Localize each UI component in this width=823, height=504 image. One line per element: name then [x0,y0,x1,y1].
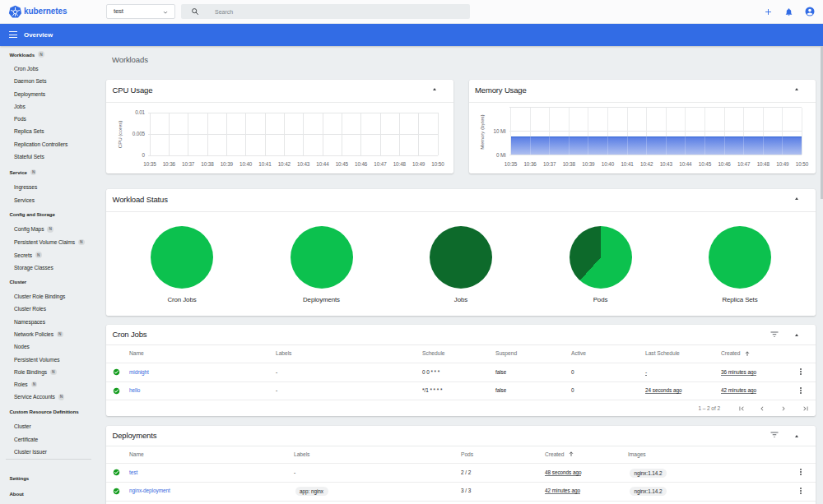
deployment-link[interactable]: nginx-deployment [129,488,170,493]
sidebar-item-cluster[interactable]: Cluster [0,276,26,286]
grid-vline [265,113,266,155]
sidebar-item-cron-jobs[interactable]: Cron Jobs [0,63,39,73]
col-header-labels[interactable]: Labels [276,350,291,356]
grid-vline-overlay [627,108,628,155]
grid-vline-overlay [530,108,531,155]
sidebar-item-storage-classes[interactable]: Storage Classes [0,262,53,272]
sidebar-item-certificate[interactable]: Certificate [0,434,38,444]
cell-created: 42 minutes ago [721,387,756,393]
sidebar-item-service-accounts[interactable]: Service AccountsN [0,392,64,402]
sidebar-item-ingresses[interactable]: Ingresses [0,183,37,192]
hamburger-bar [9,35,17,35]
row-menu-kebab-icon[interactable] [800,387,802,395]
kubernetes-logo-icon[interactable] [8,5,22,19]
previous-page-icon[interactable] [758,405,766,413]
first-page-icon[interactable] [737,405,746,413]
row-divider [106,501,816,502]
sidebar-item-replica-sets[interactable]: Replica Sets [0,127,44,136]
sidebar-item-role-bindings[interactable]: Role BindingsN [0,367,57,377]
sidebar-item-cluster-role-bindings[interactable]: Cluster Role Bindings [0,292,65,302]
sidebar-item-namespaces[interactable]: Namespaces [0,317,45,326]
sidebar-item-about[interactable]: About [0,489,24,499]
collapse-caret-icon[interactable] [433,88,436,90]
cron-job-link[interactable]: hello [129,387,140,393]
sidebar-item-custom-resource-definitions[interactable]: Custom Resource Definitions [0,407,78,417]
col-header-created[interactable]: Created [721,350,740,356]
pie-label: Deployments [272,296,371,303]
row-menu-kebab-icon[interactable] [800,488,802,496]
sidebar-item-daemon-sets[interactable]: Daemon Sets [0,76,46,86]
sidebar-item-network-policies[interactable]: Network PoliciesN [0,329,63,339]
filter-icon[interactable] [770,430,779,440]
page-scrollbar-thumb[interactable] [821,46,823,199]
card-divider [106,446,816,446]
sidebar-item-stateful-sets[interactable]: Stateful Sets [0,151,44,161]
namespaced-badge: N [78,239,85,246]
col-header-schedule[interactable]: Schedule [422,350,445,356]
status-ok-icon [113,387,120,395]
sidebar-item-persistent-volume-claims[interactable]: Persistent Volume ClaimsN [0,238,85,247]
sort-ascending-icon[interactable] [744,350,751,357]
col-header-labels[interactable]: Labels [294,451,309,457]
card-divider [106,211,816,212]
status-ok-icon [113,368,120,376]
row-menu-kebab-icon[interactable] [800,368,802,377]
user-account-icon[interactable] [805,7,815,16]
collapse-caret-icon[interactable] [795,88,798,90]
filter-icon[interactable] [770,330,779,340]
sidebar-item-cluster-issuer[interactable]: Cluster Issuer [0,447,47,457]
col-header-active[interactable]: Active [571,350,586,356]
kebab-dot [800,390,802,391]
collapse-caret-icon[interactable] [795,435,798,437]
kubernetes-logo-text[interactable]: kubernetes [24,0,67,23]
sidebar-item-nodes[interactable]: Nodes [0,342,30,352]
col-header-last-schedule[interactable]: Last Schedule [645,350,680,356]
sidebar-item-roles[interactable]: RolesN [0,380,37,390]
sidebar-item-replication-controllers[interactable]: Replication Controllers [0,139,67,149]
sidebar-item-jobs[interactable]: Jobs [0,101,26,111]
menu-hamburger-icon[interactable] [9,31,17,39]
card-divider [106,102,453,103]
namespace-select[interactable]: test [106,4,175,19]
col-header-images[interactable]: Images [628,451,646,457]
sidebar-item-service[interactable]: ServiceN [0,168,36,178]
last-page-icon[interactable] [802,405,810,413]
search-bar[interactable] [181,4,470,19]
cron-job-link[interactable]: midnight [129,369,149,375]
x-tick-label: 10:50 [425,161,450,167]
sidebar-item-settings[interactable]: Settings [0,473,29,483]
sidebar-item-config-maps[interactable]: Config MapsN [0,224,53,234]
sidebar-item-config-and-storage[interactable]: Config and Storage [0,210,55,220]
grid-hline [148,155,438,156]
sort-ascending-icon[interactable] [568,451,574,457]
namespaced-badge: N [31,381,38,388]
deployment-link[interactable]: test [129,469,137,475]
next-page-icon[interactable] [779,405,788,413]
sidebar-item-workloads[interactable]: WorkloadsN [0,49,44,59]
cell-labels: - [276,387,277,393]
create-plus-icon[interactable] [764,7,773,16]
status-ok-icon [113,488,120,495]
grid-vline [323,113,323,155]
namespaced-badge: N [50,369,57,376]
sidebar-item-pods[interactable]: Pods [0,114,26,124]
col-header-created[interactable]: Created [545,451,564,457]
sidebar-item-secrets[interactable]: SecretsN [0,250,42,260]
sidebar-item-persistent-volumes[interactable]: Persistent Volumes [0,354,60,364]
col-header-suspend[interactable]: Suspend [495,350,517,356]
col-header-name[interactable]: Name [129,350,144,356]
sidebar-item-deployments[interactable]: Deployments [0,89,45,99]
grid-vline [226,113,227,155]
sidebar-item-crd-cluster[interactable]: Cluster [0,422,31,432]
kebab-dot [800,471,802,473]
collapse-caret-icon[interactable] [795,197,798,200]
col-header-pods[interactable]: Pods [461,451,473,457]
collapse-caret-icon[interactable] [795,334,798,336]
sidebar-item-cluster-roles[interactable]: Cluster Roles [0,304,46,314]
notifications-bell-icon[interactable] [784,7,793,16]
col-header-name[interactable]: Name [129,451,144,457]
row-menu-kebab-icon[interactable] [800,469,802,477]
dropdown-caret-icon [162,9,169,16]
sidebar-item-services[interactable]: Services [0,195,35,205]
search-input[interactable] [215,4,462,19]
